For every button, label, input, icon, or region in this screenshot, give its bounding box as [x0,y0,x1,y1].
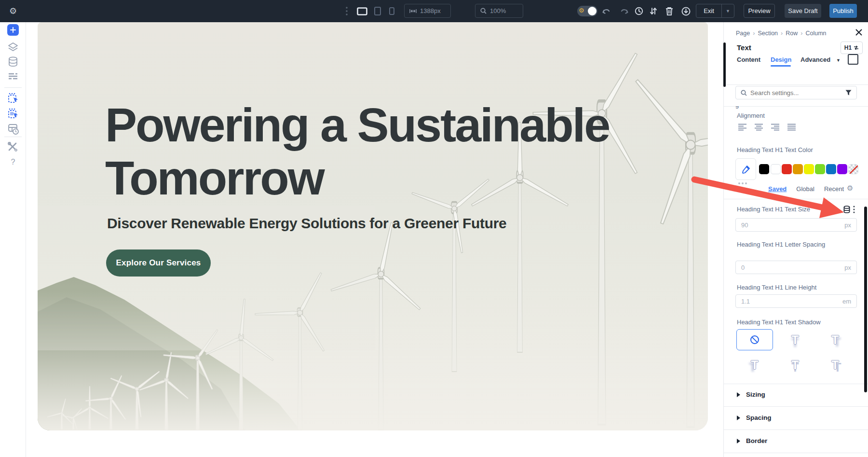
breadcrumb-section[interactable]: Section [758,30,778,37]
tools-icon[interactable] [0,142,26,152]
tab-content[interactable]: Content [737,56,760,63]
phone-view-icon[interactable] [386,0,397,22]
preview-button[interactable]: Preview [744,4,775,18]
layers-icon[interactable] [0,42,26,53]
swatch-orange[interactable] [793,164,803,174]
tab-design[interactable]: Design [771,56,791,63]
canvas-width-input[interactable]: 1388px [404,4,451,18]
tabs-dropdown-caret[interactable]: ▼ [836,58,841,63]
sort-arrows-icon[interactable] [648,0,659,22]
align-left-icon[interactable] [738,124,746,131]
builder-left-sidebar: ? [0,22,26,457]
canvas-hero-section[interactable]: Powering a Sustainable Tomorrow Discover… [38,22,708,430]
panel-divider [724,429,868,430]
text-shadow-soft-down-right-button[interactable]: T [817,329,854,350]
eyedropper-button[interactable] [735,158,756,180]
swatch-black[interactable] [759,164,769,174]
swatch-blue[interactable] [826,164,836,174]
add-module-button[interactable] [0,24,26,36]
swatch-transparent[interactable] [848,164,858,174]
line-height-value: 1.1 [741,298,750,305]
settings-gear-icon[interactable]: ⚙ [4,0,22,22]
more-options-kebab-icon[interactable] [343,0,350,22]
swatch-purple[interactable] [837,164,847,174]
text-shadow-soft-down-button[interactable]: T [777,329,814,350]
undo-icon[interactable] [601,0,611,22]
width-arrows-icon [409,9,417,14]
dynamic-content-database-icon[interactable] [843,206,850,213]
panel-scrollbar[interactable] [864,207,867,392]
element-type-badge[interactable]: H1 [841,42,863,54]
line-height-input[interactable]: 1.1 em [735,294,857,308]
clipped-scrolled-label: g [735,106,832,109]
align-center-icon[interactable] [755,124,763,131]
color-tab-global[interactable]: Global [796,185,814,193]
color-settings-gear-icon[interactable]: ⚙ [847,184,853,193]
text-shadow-hard-down-right-button[interactable]: T [817,354,854,375]
eyedropper-more-dots[interactable] [738,182,747,184]
trash-icon[interactable] [664,0,675,22]
align-justify-icon[interactable] [787,124,796,131]
module-title: Text [737,43,751,52]
tablet-view-icon[interactable] [371,0,384,22]
text-size-kebab-icon[interactable] [853,206,855,213]
color-tab-recent[interactable]: Recent [824,185,844,193]
save-draft-button[interactable]: Save Draft [785,4,821,18]
panel-divider [724,453,868,453]
text-shadow-hard-down-button[interactable]: T [777,354,814,375]
alignment-options [738,124,796,131]
search-settings-input[interactable] [750,89,842,97]
text-size-value: 90 [741,222,748,229]
color-source-tabs: Saved Global Recent [768,185,844,193]
hero-subheading[interactable]: Discover Renewable Energy Solutions for … [107,215,541,232]
exit-button[interactable]: Exit [696,4,722,18]
help-icon[interactable]: ? [0,158,26,166]
section-label: Spacing [746,414,772,421]
close-panel-icon[interactable] [855,28,863,36]
toggle-knob [588,7,597,15]
select-element-icon[interactable] [0,108,26,119]
letter-spacing-label: Heading Text H1 Letter Spacing [737,240,828,249]
text-shadow-none-button[interactable] [736,329,773,350]
database-icon[interactable] [0,56,26,67]
desktop-view-icon[interactable] [355,0,369,22]
section-spacing[interactable]: Spacing [737,414,772,421]
wireframe-rows-icon[interactable] [0,72,26,81]
breadcrumb: Page › Section › Row › Column [736,30,827,37]
tab-advanced[interactable]: Advanced [800,56,830,63]
section-sizing[interactable]: Sizing [737,391,765,398]
search-settings-box[interactable] [735,86,857,99]
text-shadow-soft-down-left-button[interactable]: T [736,354,773,375]
breadcrumb-row[interactable]: Row [786,30,798,37]
filter-funnel-icon[interactable] [845,90,852,96]
text-size-label: Heading Text H1 Text Size [737,206,810,213]
panel-resize-handle[interactable] [723,42,726,87]
light-dark-mode-toggle[interactable]: ⚙ [577,6,597,16]
color-tab-saved[interactable]: Saved [768,185,787,193]
redo-icon[interactable] [619,0,630,22]
layout-history-icon[interactable] [0,124,26,135]
text-shadow-label: Heading Text H1 Text Shadow [737,319,821,326]
zoom-level-input[interactable]: 100% [475,4,523,18]
swatch-green[interactable] [815,164,825,174]
line-height-label: Heading Text H1 Line Height [737,284,816,291]
breadcrumb-column[interactable]: Column [805,30,826,37]
select-module-icon[interactable] [0,93,26,104]
breadcrumb-page[interactable]: Page [736,30,750,37]
eyedropper-icon [742,165,750,174]
align-right-icon[interactable] [771,124,779,131]
portability-icon[interactable] [680,0,692,22]
section-border[interactable]: Border [737,437,767,444]
swatch-white[interactable] [771,164,781,174]
exit-dropdown-caret[interactable]: ▼ [721,4,734,18]
preset-square-icon[interactable] [848,54,858,65]
letter-spacing-input[interactable]: 0 px [735,261,857,274]
hero-heading[interactable]: Powering a Sustainable Tomorrow [105,98,674,205]
hero-cta-button[interactable]: Explore Our Services [106,249,211,277]
chevron-right-icon [737,439,740,443]
text-size-input[interactable]: 90 px [735,218,857,232]
swatch-red[interactable] [782,164,792,174]
swatch-yellow[interactable] [804,164,814,174]
publish-button[interactable]: Publish [829,4,857,18]
history-clock-icon[interactable] [634,0,644,22]
